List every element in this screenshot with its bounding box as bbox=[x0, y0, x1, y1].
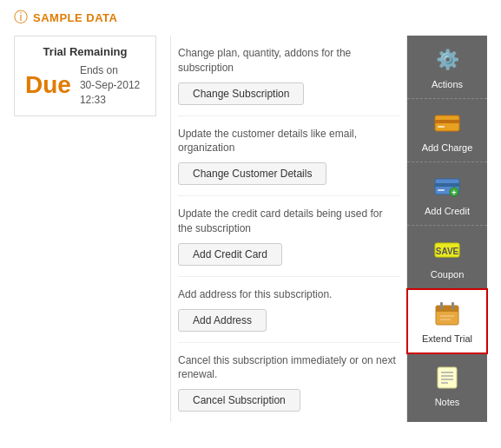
cancel-subscription-button[interactable]: Cancel Subscription bbox=[178, 389, 300, 412]
svg-rect-1 bbox=[435, 120, 459, 123]
top-bar: ⓘ SAMPLE DATA bbox=[0, 0, 501, 36]
sidebar-coupon-label: Coupon bbox=[431, 269, 465, 280]
action-desc-3: Add address for this subscription. bbox=[178, 287, 399, 302]
svg-rect-12 bbox=[436, 309, 458, 312]
main-content: Trial Remaining Due Ends on 30-Sep-2012 … bbox=[0, 36, 501, 422]
sidebar-item-coupon[interactable]: SAVE Coupon bbox=[407, 226, 487, 289]
svg-rect-14 bbox=[452, 302, 454, 309]
right-sidebar: ⚙️ Actions Add Charge + bbox=[407, 36, 487, 422]
svg-rect-13 bbox=[440, 302, 443, 309]
add-address-button[interactable]: Add Address bbox=[178, 309, 267, 332]
trial-box-body: Due Ends on 30-Sep-2012 12:33 bbox=[25, 63, 145, 107]
action-desc-0: Change plan, quantity, addons for the su… bbox=[178, 46, 399, 76]
sidebar-item-actions[interactable]: ⚙️ Actions bbox=[407, 36, 487, 99]
left-panel: Trial Remaining Due Ends on 30-Sep-2012 … bbox=[14, 36, 170, 422]
add-charge-icon bbox=[432, 108, 463, 139]
action-desc-2: Update the credit card details being use… bbox=[178, 207, 399, 236]
add-credit-icon: + bbox=[432, 171, 463, 202]
svg-rect-17 bbox=[438, 367, 457, 388]
sidebar-item-add-charge[interactable]: Add Charge bbox=[407, 99, 487, 162]
trial-box-title: Trial Remaining bbox=[25, 45, 145, 58]
svg-text:+: + bbox=[452, 188, 456, 197]
svg-rect-4 bbox=[435, 183, 459, 187]
change-customer-details-button[interactable]: Change Customer Details bbox=[178, 162, 326, 185]
sidebar-notes-label: Notes bbox=[435, 397, 460, 407]
notes-icon bbox=[432, 362, 463, 393]
ends-on-date: 30-Sep-2012 12:33 bbox=[80, 79, 140, 106]
ends-on: Ends on 30-Sep-2012 12:33 bbox=[80, 63, 145, 107]
coupon-icon: SAVE bbox=[432, 234, 463, 266]
change-subscription-button[interactable]: Change Subscription bbox=[178, 82, 304, 105]
sidebar-add-credit-label: Add Credit bbox=[425, 206, 470, 216]
svg-rect-5 bbox=[438, 189, 445, 191]
extend-trial-icon bbox=[432, 299, 463, 330]
sidebar-item-extend-trial[interactable]: Extend Trial bbox=[406, 288, 488, 354]
add-credit-card-button[interactable]: Add Credit Card bbox=[178, 243, 282, 266]
action-row-3: Add address for this subscription. Add A… bbox=[178, 277, 399, 343]
sidebar-extend-trial-label: Extend Trial bbox=[422, 333, 472, 344]
center-panel: Change plan, quantity, addons for the su… bbox=[170, 36, 407, 422]
action-desc-1: Update the customer details like email, … bbox=[178, 127, 399, 156]
sidebar-add-charge-label: Add Charge bbox=[422, 142, 473, 153]
sidebar-item-add-credit[interactable]: + Add Credit bbox=[407, 162, 487, 226]
due-label: Due bbox=[25, 71, 71, 99]
action-row-2: Update the credit card details being use… bbox=[178, 196, 399, 277]
actions-icon: ⚙️ bbox=[432, 44, 463, 76]
action-desc-4: Cancel this subscription immediately or … bbox=[178, 353, 399, 383]
ends-on-label: Ends on bbox=[80, 64, 118, 76]
sample-data-icon: ⓘ bbox=[14, 9, 28, 27]
sidebar-actions-label: Actions bbox=[432, 79, 463, 89]
sample-data-label: SAMPLE DATA bbox=[33, 11, 117, 24]
svg-text:SAVE: SAVE bbox=[436, 247, 459, 256]
action-row-1: Update the customer details like email, … bbox=[178, 116, 399, 197]
action-row-0: Change plan, quantity, addons for the su… bbox=[178, 36, 399, 116]
sidebar-item-notes[interactable]: Notes bbox=[407, 353, 487, 416]
action-row-4: Cancel this subscription immediately or … bbox=[178, 343, 399, 423]
svg-rect-2 bbox=[438, 126, 445, 128]
trial-box: Trial Remaining Due Ends on 30-Sep-2012 … bbox=[14, 36, 156, 116]
